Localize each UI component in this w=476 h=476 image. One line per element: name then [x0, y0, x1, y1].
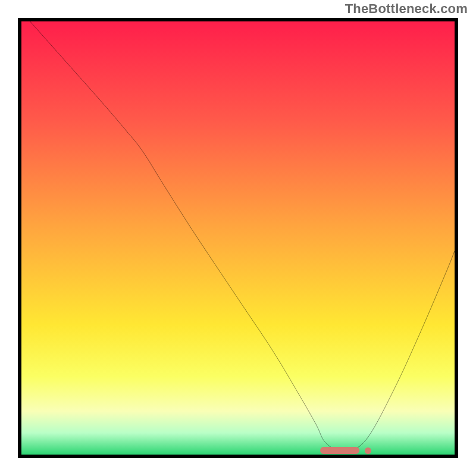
optimal-range-dot: [365, 447, 371, 454]
bottleneck-curve: [21, 21, 455, 455]
watermark-text: TheBottleneck.com: [345, 1, 468, 17]
chart-container: TheBottleneck.com: [0, 0, 476, 476]
plot-area: [18, 18, 458, 458]
optimal-range-marker: [320, 447, 359, 454]
